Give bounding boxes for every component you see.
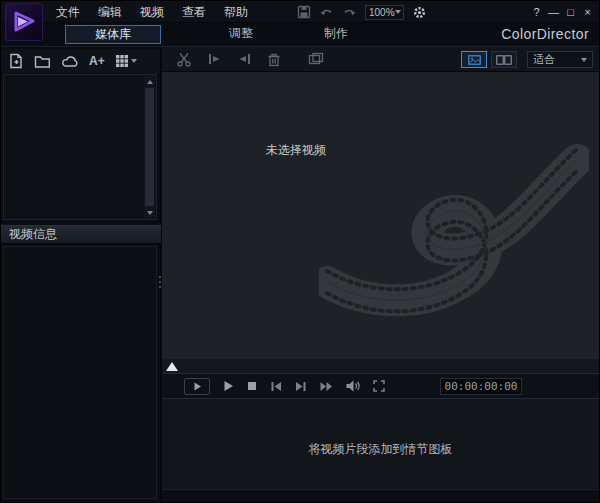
- storyboard-area[interactable]: 将视频片段添加到情节图板: [162, 399, 599, 489]
- video-info-header: 视频信息: [1, 225, 161, 244]
- cloud-download-icon[interactable]: [61, 54, 79, 68]
- scroll-down-icon[interactable]: [144, 207, 155, 218]
- snapshot-icon[interactable]: [308, 52, 324, 66]
- menubar: 文件 编辑 视频 查看 帮助: [47, 1, 257, 23]
- zoom-level-dropdown[interactable]: 100%: [365, 5, 404, 20]
- next-frame-button[interactable]: [295, 381, 307, 392]
- split-scissors-icon[interactable]: [176, 52, 192, 67]
- tab-media-library[interactable]: 媒体库: [65, 25, 161, 44]
- compare-view-button[interactable]: [491, 51, 517, 68]
- menu-edit[interactable]: 编辑: [89, 1, 131, 23]
- tab-adjustment[interactable]: 调整: [201, 25, 281, 44]
- menu-video[interactable]: 视频: [131, 1, 173, 23]
- module-tabs: 媒体库 调整 制作 ColorDirector: [1, 23, 599, 47]
- no-video-placeholder: 未选择视频: [266, 142, 326, 159]
- preview-toolbar: 适合: [162, 47, 599, 72]
- scrollbar-thumb[interactable]: [145, 88, 154, 206]
- text-caption-icon[interactable]: A+: [89, 54, 105, 68]
- app-brand-text: ColorDirector: [501, 26, 589, 42]
- titlebar-quick-icons: 100%: [297, 1, 427, 23]
- horizontal-scroll-strip[interactable]: [162, 489, 599, 502]
- scroll-up-icon[interactable]: [144, 76, 155, 87]
- maximize-button[interactable]: □: [562, 1, 579, 23]
- panel-resize-handle[interactable]: [157, 267, 162, 297]
- zoom-level-value: 100%: [369, 6, 395, 19]
- titlebar: 文件 编辑 视频 查看 帮助: [1, 1, 599, 23]
- app-logo-icon: [5, 3, 43, 41]
- single-view-button[interactable]: [461, 51, 487, 68]
- chevron-down-icon: [395, 10, 401, 14]
- fast-forward-button[interactable]: [320, 381, 333, 392]
- minimize-button[interactable]: —: [545, 1, 562, 23]
- tab-produce[interactable]: 制作: [296, 25, 376, 44]
- library-panel: A+ 视频信息: [1, 47, 161, 502]
- playhead-marker-icon[interactable]: [166, 362, 178, 371]
- app-window: 文件 编辑 视频 查看 帮助: [0, 0, 600, 503]
- video-preview: 未选择视频: [162, 72, 599, 359]
- filmstrip-graphic: [319, 112, 589, 327]
- view-grid-icon[interactable]: [115, 54, 137, 68]
- play-button[interactable]: [223, 380, 234, 392]
- seek-bar[interactable]: [162, 359, 599, 373]
- menu-help[interactable]: 帮助: [215, 1, 257, 23]
- menu-file[interactable]: 文件: [47, 1, 89, 23]
- chevron-down-icon: [131, 59, 137, 63]
- previous-frame-button[interactable]: [270, 381, 282, 392]
- window-controls: ? — □ ×: [528, 1, 596, 23]
- stop-button[interactable]: [247, 381, 257, 391]
- storyboard-hint: 将视频片段添加到情节图板: [162, 441, 599, 458]
- play-in-window-button[interactable]: [184, 378, 210, 395]
- preview-view-options: 适合: [461, 51, 593, 68]
- import-folder-icon[interactable]: [34, 54, 51, 69]
- volume-icon[interactable]: [346, 380, 360, 392]
- undo-icon[interactable]: [319, 6, 334, 19]
- chevron-down-icon: [581, 58, 587, 62]
- main-area: 适合 未选择视频: [162, 47, 599, 502]
- import-media-icon[interactable]: [8, 53, 24, 70]
- close-button[interactable]: ×: [579, 1, 596, 23]
- video-info-panel: [3, 246, 157, 499]
- delete-trash-icon[interactable]: [267, 52, 281, 67]
- library-scrollbar[interactable]: [144, 76, 155, 218]
- fit-zoom-dropdown[interactable]: 适合: [527, 51, 593, 68]
- trim-in-icon[interactable]: [207, 52, 222, 66]
- trim-out-icon[interactable]: [237, 52, 252, 66]
- menu-view[interactable]: 查看: [173, 1, 215, 23]
- fit-zoom-value: 适合: [533, 52, 555, 67]
- timecode-display: 00:00:00:00: [440, 378, 522, 395]
- help-button[interactable]: ?: [528, 1, 545, 23]
- redo-icon[interactable]: [342, 6, 357, 19]
- save-icon[interactable]: [297, 5, 311, 19]
- fullscreen-icon[interactable]: [373, 380, 385, 392]
- transport-controls: 00:00:00:00: [162, 373, 599, 399]
- media-library-list[interactable]: [3, 74, 157, 220]
- library-toolbar: A+: [1, 49, 160, 73]
- settings-gear-icon[interactable]: [412, 5, 427, 20]
